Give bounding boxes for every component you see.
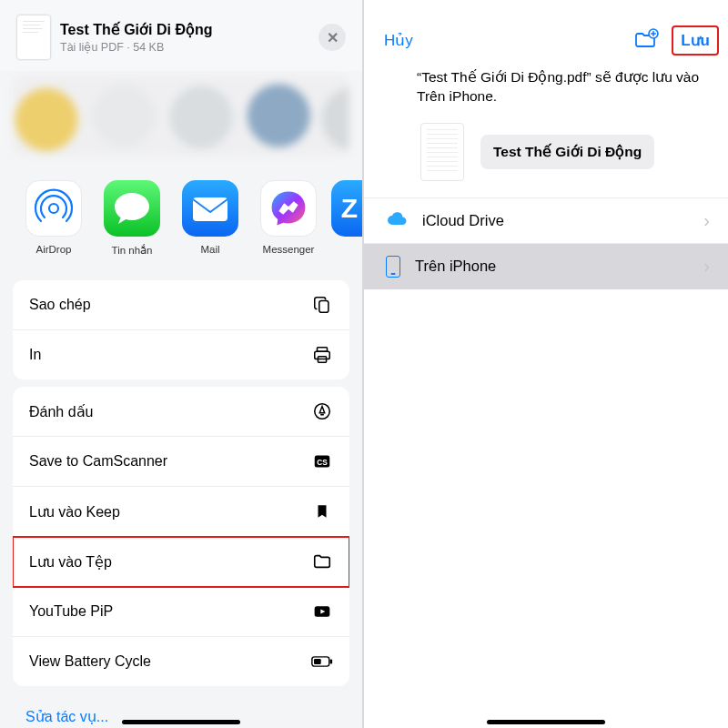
share-sheet: Test Thế Giới Di Động Tài liệu PDF · 54 … xyxy=(0,0,364,728)
chevron-right-icon: › xyxy=(703,256,710,277)
battery-icon xyxy=(311,651,333,672)
save-destination-info: “Test Thế Giới Di Động.pdf” sẽ được lưu … xyxy=(364,63,728,112)
file-card: Test Thế Giới Di Động xyxy=(364,112,728,197)
action-label: Save to CamScanner xyxy=(29,453,167,470)
messenger-icon xyxy=(260,180,317,237)
svg-point-0 xyxy=(49,204,58,213)
action-label: Lưu vào Keep xyxy=(29,503,120,521)
document-thumbnail xyxy=(16,15,51,60)
document-title: Test Thế Giới Di Động xyxy=(60,21,309,38)
app-messenger[interactable]: Messenger xyxy=(253,180,324,255)
bookmark-icon xyxy=(311,500,333,522)
action-save-to-files[interactable]: Lưu vào Tệp xyxy=(13,537,349,587)
svg-rect-2 xyxy=(319,300,329,312)
action-group-1: Sao chép In xyxy=(13,280,349,379)
app-airdrop[interactable]: AirDrop xyxy=(18,180,89,255)
home-indicator[interactable] xyxy=(122,720,240,724)
app-mail[interactable]: Mail xyxy=(175,180,246,255)
action-battery-cycle[interactable]: View Battery Cycle xyxy=(13,637,349,686)
youtube-icon xyxy=(311,601,333,622)
action-label: Đánh dấu xyxy=(29,403,94,420)
markup-icon xyxy=(311,400,333,422)
folder-icon xyxy=(311,551,333,572)
svg-rect-4 xyxy=(315,351,330,359)
document-meta: Test Thế Giới Di Động Tài liệu PDF · 54 … xyxy=(60,21,309,54)
location-label: Trên iPhone xyxy=(415,258,496,275)
svg-rect-11 xyxy=(330,659,333,663)
chevron-right-icon: › xyxy=(703,210,710,231)
cloud-icon xyxy=(386,210,408,230)
action-copy[interactable]: Sao chép xyxy=(13,280,349,330)
app-label: AirDrop xyxy=(36,244,72,255)
files-header: Hủy Lưu xyxy=(364,0,728,63)
preview-thumbnails[interactable] xyxy=(13,75,349,157)
location-icloud-drive[interactable]: iCloud Drive › xyxy=(364,197,728,243)
action-label: Sao chép xyxy=(29,297,91,313)
share-header: Test Thế Giới Di Động Tài liệu PDF · 54 … xyxy=(0,0,362,71)
action-keep[interactable]: Lưu vào Keep xyxy=(13,487,349,537)
files-save-panel: Hủy Lưu “Test Thế Giới Di Động.pdf” sẽ đ… xyxy=(364,0,728,728)
svg-rect-12 xyxy=(314,659,321,664)
print-icon xyxy=(311,344,333,366)
action-label: In xyxy=(29,347,41,363)
action-label: Lưu vào Tệp xyxy=(29,553,112,571)
file-name-field[interactable]: Test Thế Giới Di Động xyxy=(480,135,654,169)
document-subtitle: Tài liệu PDF · 54 KB xyxy=(60,40,309,54)
app-label: Mail xyxy=(200,244,219,255)
file-thumbnail xyxy=(420,123,464,181)
action-camscanner[interactable]: Save to CamScanner CS xyxy=(13,437,349,487)
camscanner-icon: CS xyxy=(311,450,333,472)
mail-icon xyxy=(182,180,238,237)
location-on-iphone[interactable]: Trên iPhone › xyxy=(364,243,728,289)
cancel-button[interactable]: Hủy xyxy=(384,31,413,50)
home-indicator[interactable] xyxy=(487,720,605,724)
files-header-right: Lưu xyxy=(633,25,719,56)
airdrop-icon xyxy=(25,180,82,237)
app-messages[interactable]: Tin nhắn xyxy=(96,180,167,257)
iphone-icon xyxy=(386,256,400,278)
svg-text:CS: CS xyxy=(317,459,328,467)
messages-icon xyxy=(104,180,160,237)
action-label: YouTube PiP xyxy=(29,603,113,620)
app-partial-icon: Z xyxy=(331,180,362,237)
svg-rect-1 xyxy=(193,197,228,221)
share-apps-row: AirDrop Tin nhắn Mail Messenger Z xyxy=(0,157,362,273)
save-button[interactable]: Lưu xyxy=(672,25,719,56)
app-label: Tin nhắn xyxy=(112,244,153,257)
close-button[interactable]: ✕ xyxy=(318,24,346,51)
new-folder-button[interactable] xyxy=(633,28,659,54)
location-label: iCloud Drive xyxy=(422,212,504,229)
close-icon: ✕ xyxy=(327,29,339,46)
action-print[interactable]: In xyxy=(13,330,349,379)
copy-icon xyxy=(311,294,333,316)
action-label: View Battery Cycle xyxy=(29,653,151,670)
action-youtube-pip[interactable]: YouTube PiP xyxy=(13,587,349,637)
app-label: Messenger xyxy=(263,244,315,255)
new-folder-icon xyxy=(633,28,659,50)
app-partial[interactable]: Z xyxy=(331,180,362,244)
action-group-2: Đánh dấu Save to CamScanner CS Lưu vào K… xyxy=(13,387,349,686)
action-markup[interactable]: Đánh dấu xyxy=(13,387,349,437)
